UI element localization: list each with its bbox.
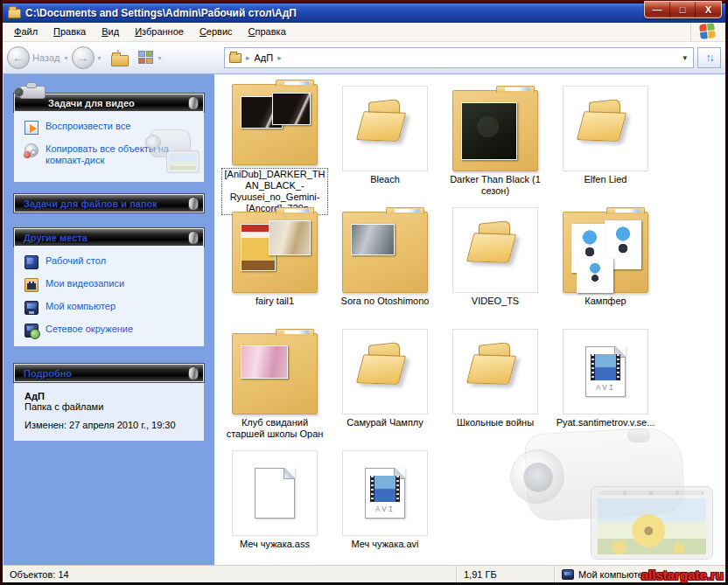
details-modified: Изменен: 27 апреля 2010 г., 19:30 xyxy=(24,420,195,430)
back-dropdown-icon[interactable]: ▾ xyxy=(63,54,70,62)
other-places-header[interactable]: Другие места xyxy=(14,228,204,247)
site-watermark: allstargate.ru xyxy=(641,568,724,582)
close-button[interactable]: X xyxy=(696,2,721,17)
menubar-logo-area xyxy=(690,23,725,41)
status-object-count: Объектов: 14 xyxy=(3,566,456,582)
file-item[interactable]: AVIМеч чужака.avi xyxy=(330,449,440,565)
task-link[interactable]: Мои видеозаписи xyxy=(24,278,197,292)
file-item[interactable]: AVIPyat.santimetrov.v.se... xyxy=(550,327,661,449)
menu-item[interactable]: Файл xyxy=(6,23,46,41)
file-item[interactable]: Bleach xyxy=(330,84,440,205)
details-folder-type: Папка с файлами xyxy=(24,401,195,412)
task-link[interactable]: Копировать все объекты на компакт-диск xyxy=(24,143,197,166)
statusbar: Объектов: 14 1,91 ГБ Мой компьютер allst… xyxy=(3,565,725,582)
folder-icon xyxy=(360,344,410,386)
file-label: Darker Than Black (1 сезон) xyxy=(442,174,549,197)
network-icon xyxy=(24,324,38,338)
details-section: Подробно АдП Папка с файлами Изменен: 27… xyxy=(14,364,204,441)
folder-up-button[interactable]: ↑ xyxy=(110,48,131,67)
file-icon-area xyxy=(452,327,538,414)
file-item[interactable]: [AniDub]_DARKER_THAN_BLACK_-Ryuusei_no_G… xyxy=(220,84,330,205)
breadcrumb-arrow-icon: ▸ xyxy=(246,53,250,62)
details-box: АдП Папка с файлами Изменен: 27 апреля 2… xyxy=(14,382,204,441)
details-header[interactable]: Подробно xyxy=(14,364,204,382)
file-item[interactable]: Самурай Чамплу xyxy=(330,327,440,449)
task-link-label: Воспроизвести все xyxy=(46,121,130,132)
toolbar: ← Назад ▾ → ▾ ↑ ▾ ▸ АдП ▸ ▾ ↑↓ xyxy=(3,42,725,74)
views-button[interactable] xyxy=(138,51,155,66)
other-places-section: Другие места Рабочий столМои видеозаписи… xyxy=(14,228,204,346)
folder-thumbnail-icon xyxy=(452,90,538,171)
folder-icon xyxy=(360,101,410,143)
task-link[interactable]: Воспроизвести все xyxy=(24,121,197,135)
avi-file-icon: AVI xyxy=(365,468,405,519)
collapse-pill-button[interactable] xyxy=(188,366,199,380)
file-label: Самурай Чамплу xyxy=(346,417,424,428)
views-dropdown-icon[interactable]: ▾ xyxy=(157,54,164,62)
file-item[interactable]: Darker Than Black (1 сезон) xyxy=(440,84,550,205)
task-link-label: Мои видеозаписи xyxy=(46,278,124,289)
folder-thumbnail-icon xyxy=(563,212,648,293)
file-item[interactable]: Кампфер xyxy=(550,205,661,327)
forward-dropdown-icon[interactable]: ▾ xyxy=(96,54,103,62)
file-label: Школьные войны xyxy=(457,417,534,428)
file-tasks-header[interactable]: Задачи для файлов и папок xyxy=(14,194,204,212)
refresh-button[interactable]: ↑↓ xyxy=(697,47,721,68)
windows-logo-icon xyxy=(699,23,718,41)
file-label: Меч чужака.ass xyxy=(240,539,310,550)
cd-icon xyxy=(24,143,38,157)
menu-item[interactable]: Избранное xyxy=(127,23,192,41)
folder-icon xyxy=(8,9,21,18)
file-icon-area xyxy=(563,84,648,171)
breadcrumb-arrow-icon: ▸ xyxy=(277,53,282,62)
my-computer-icon xyxy=(562,569,574,580)
explorer-window: C:\Documents and Settings\Admin\Рабочий … xyxy=(0,0,728,585)
task-link[interactable]: Мой компьютер xyxy=(24,301,197,315)
file-icon-area xyxy=(342,327,428,414)
task-pane-sidebar: Задачи для видео Воспроизвести всеКопиро… xyxy=(3,74,214,565)
collapse-pill-button[interactable] xyxy=(188,231,199,245)
maximize-button[interactable]: □ xyxy=(670,2,696,17)
forward-button[interactable]: → xyxy=(72,46,94,69)
menu-item[interactable]: Справка xyxy=(241,23,294,41)
menu-item[interactable]: Вид xyxy=(94,23,127,41)
file-item[interactable]: Elfen Lied xyxy=(550,84,661,205)
file-icon-area xyxy=(452,205,538,293)
titlebar: C:\Documents and Settings\Admin\Рабочий … xyxy=(3,3,725,23)
task-link[interactable]: Сетевое окружение xyxy=(24,324,197,338)
camcorder-icon xyxy=(14,82,49,101)
address-bar[interactable]: ▸ АдП ▸ ▾ xyxy=(224,47,694,68)
collapse-pill-button[interactable] xyxy=(188,96,199,110)
file-icon-area: AVI xyxy=(563,327,648,414)
folder-icon xyxy=(470,222,521,264)
file-item[interactable]: Школьные войны xyxy=(440,327,550,449)
address-folder-icon xyxy=(229,53,242,63)
file-item[interactable]: Меч чужака.ass xyxy=(220,449,330,565)
file-label: fairy tail1 xyxy=(256,296,294,307)
file-item[interactable]: Sora no Otoshimono xyxy=(330,205,440,327)
file-item[interactable]: VIDEO_TS xyxy=(440,205,550,327)
video-tasks-section: Задачи для видео Воспроизвести всеКопиро… xyxy=(14,94,204,182)
minimize-button[interactable]: — xyxy=(645,2,670,17)
details-folder-name: АдП xyxy=(24,391,195,401)
file-item[interactable]: fairy tail1 xyxy=(220,205,330,327)
file-label: Меч чужака.avi xyxy=(352,539,419,550)
address-dropdown-icon[interactable]: ▾ xyxy=(682,53,689,62)
main-area: Задачи для видео Воспроизвести всеКопиро… xyxy=(3,74,725,565)
status-size: 1,91 ГБ xyxy=(456,566,554,582)
file-icon-area xyxy=(232,84,318,165)
back-label: Назад xyxy=(32,52,60,63)
menubar: ФайлПравкаВидИзбранноеСервисСправка xyxy=(3,23,725,42)
menu-item[interactable]: Сервис xyxy=(192,23,241,41)
menu-item[interactable]: Правка xyxy=(46,23,94,41)
file-item[interactable]: Клуб свиданий старшей школы Оран xyxy=(220,327,330,449)
back-button[interactable]: ← xyxy=(7,46,30,69)
file-label: Sora no Otoshimono xyxy=(341,296,430,307)
file-label: VIDEO_TS xyxy=(472,296,519,307)
file-icon-area xyxy=(342,205,428,293)
file-label: Клуб свиданий старшей школы Оран xyxy=(221,417,328,440)
task-link-label: Рабочий стол xyxy=(46,255,106,267)
videos-icon xyxy=(24,278,38,292)
task-link[interactable]: Рабочий стол xyxy=(24,255,197,269)
collapse-pill-button[interactable] xyxy=(188,197,199,211)
